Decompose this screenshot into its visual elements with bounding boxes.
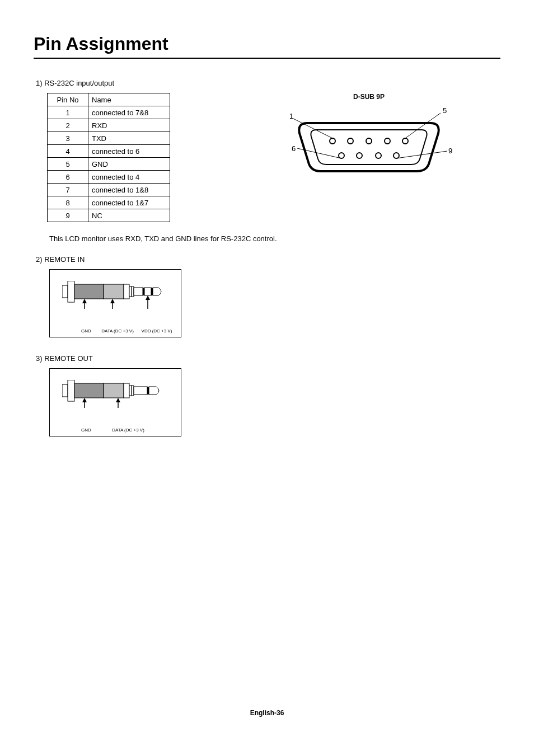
svg-rect-33 xyxy=(104,383,124,398)
table-row: 8connected to 1&7 xyxy=(48,196,170,209)
dsub-diagram: D-SUB 9P xyxy=(237,93,500,185)
svg-marker-25 xyxy=(82,299,87,303)
section-rs232c: 1) RS-232C input/output Pin No Name 1con… xyxy=(34,79,500,243)
svg-rect-31 xyxy=(68,380,74,401)
table-row: 2RXD xyxy=(48,119,170,132)
section-remote-out: 3) REMOTE OUT GND DATA (DC +3 V xyxy=(34,354,500,436)
svg-point-8 xyxy=(394,153,399,158)
page-footer: English-36 xyxy=(0,709,534,717)
remote-in-diagram: GND DATA (DC +3 V) VDD (DC +3 V) xyxy=(49,269,181,337)
svg-rect-18 xyxy=(129,287,132,297)
remote-out-diagram: GND DATA (DC +3 V) xyxy=(49,368,181,436)
dsub-connector-icon: 1 5 6 9 xyxy=(285,106,453,185)
ts-plug-icon xyxy=(62,380,166,414)
remote-in-vdd-label: VDD (DC +3 V) xyxy=(137,328,176,334)
table-row: 3TXD xyxy=(48,132,170,145)
svg-marker-29 xyxy=(146,295,150,300)
svg-rect-37 xyxy=(134,387,147,395)
svg-rect-36 xyxy=(132,386,134,396)
trs-plug-icon xyxy=(62,281,166,314)
remote-in-gnd-label: GND xyxy=(78,328,95,334)
svg-rect-19 xyxy=(132,287,134,297)
section-remote-in: 2) REMOTE IN xyxy=(34,255,500,337)
table-row: 6connected to 4 xyxy=(48,171,170,184)
svg-line-10 xyxy=(405,113,441,138)
svg-point-5 xyxy=(339,153,344,158)
dsub-title: D-SUB 9P xyxy=(353,93,385,101)
svg-point-1 xyxy=(348,138,353,144)
svg-rect-30 xyxy=(62,384,68,397)
table-row: 4connected to 6 xyxy=(48,145,170,158)
page: Pin Assignment 1) RS-232C input/output P… xyxy=(0,0,534,756)
svg-line-11 xyxy=(297,148,341,158)
section3-label: 3) REMOTE OUT xyxy=(36,354,500,363)
section1-note: This LCD monitor uses RXD, TXD and GND l… xyxy=(49,234,500,243)
table-row: 9NC xyxy=(48,209,170,222)
svg-rect-22 xyxy=(144,288,151,295)
svg-rect-14 xyxy=(68,281,74,302)
pin1-label: 1 xyxy=(289,112,293,120)
pin-table: Pin No Name 1connected to 7&8 2RXD 3TXD … xyxy=(47,93,170,222)
svg-rect-15 xyxy=(74,284,104,299)
svg-rect-16 xyxy=(104,284,124,299)
svg-marker-27 xyxy=(110,299,115,303)
svg-rect-34 xyxy=(124,383,129,398)
svg-point-0 xyxy=(330,138,335,144)
svg-marker-40 xyxy=(82,398,87,402)
section2-label: 2) REMOTE IN xyxy=(36,255,500,264)
svg-point-6 xyxy=(357,153,362,158)
table-row: 1connected to 7&8 xyxy=(48,106,170,119)
svg-rect-17 xyxy=(124,284,129,299)
table-row: 5GND xyxy=(48,158,170,171)
table-row: 7connected to 1&8 xyxy=(48,184,170,196)
remote-out-gnd-label: GND xyxy=(78,428,95,433)
svg-marker-42 xyxy=(116,398,120,402)
svg-rect-35 xyxy=(129,386,132,396)
th-pinno: Pin No xyxy=(48,93,88,106)
section1-label: 1) RS-232C input/output xyxy=(36,79,500,87)
pin5-label: 5 xyxy=(443,106,447,115)
th-name: Name xyxy=(88,93,170,106)
svg-point-7 xyxy=(376,153,381,158)
svg-rect-13 xyxy=(62,285,68,298)
svg-rect-32 xyxy=(74,383,104,398)
pin9-label: 9 xyxy=(448,147,452,155)
svg-point-3 xyxy=(385,138,390,144)
svg-rect-20 xyxy=(134,288,143,295)
pin6-label: 6 xyxy=(292,144,296,153)
remote-out-data-label: DATA (DC +3 V) xyxy=(106,428,151,433)
svg-point-2 xyxy=(366,138,372,144)
remote-in-data-label: DATA (DC +3 V) xyxy=(98,328,137,334)
title-rule xyxy=(34,58,500,59)
page-title: Pin Assignment xyxy=(34,34,500,54)
svg-point-4 xyxy=(402,138,408,144)
